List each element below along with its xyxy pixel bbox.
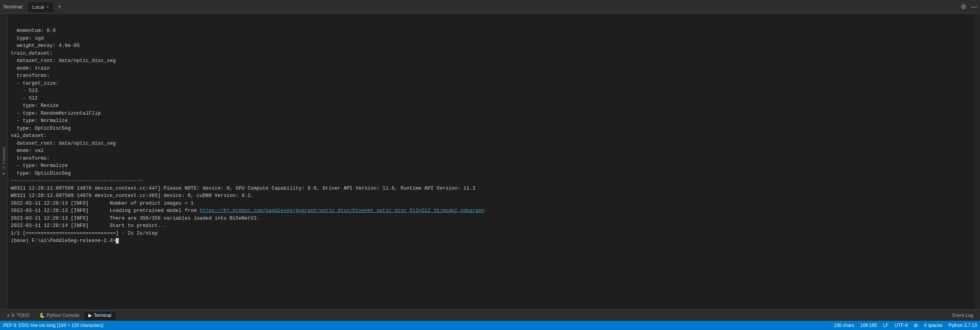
tab-bar-left: Terminal: Local × + — [3, 2, 64, 12]
terminal-line: - type: RandomHorizontalFlip — [11, 110, 972, 117]
python-version: Python 3.7.13 — [948, 323, 977, 328]
event-log-label: Event Log — [952, 313, 973, 318]
terminal-tab[interactable]: ▶ Terminal — [85, 311, 115, 320]
bottom-toolbar: ≡ 6: TODO 🐍 Python Console ▶ Terminal Ev… — [0, 309, 980, 321]
char-count: 190 chars — [834, 323, 854, 328]
todo-tab-label: 6: TODO — [12, 313, 30, 318]
python-console-label: Python Console — [47, 313, 80, 318]
terminal-line: momentum: 0.9 — [11, 27, 972, 35]
encoding: UTF-8 — [895, 323, 908, 328]
favorites-star: ★ — [2, 170, 5, 177]
favorites-bar: 2. Favorites ★ — [0, 14, 8, 309]
terminal-line: W0311 12:28:12.097509 14876 device_conte… — [11, 192, 972, 200]
terminal-line: - 512 — [11, 95, 972, 102]
indent-setting: 4 spaces — [924, 323, 942, 328]
terminal-line: dataset_root: data/optic_disc_seg — [11, 140, 972, 147]
terminal-output[interactable]: momentum: 0.9 type: sgd weight_decay: 4.… — [8, 14, 975, 309]
favorites-label: 2. Favorites — [2, 147, 6, 168]
minimize-button[interactable]: — — [971, 3, 977, 10]
todo-icon: ≡ — [7, 313, 10, 318]
todo-tab[interactable]: ≡ 6: TODO — [3, 311, 34, 320]
close-tab-button[interactable]: × — [47, 5, 49, 9]
status-bar: PEP 8: E501 line too long (194 > 120 cha… — [0, 321, 980, 330]
terminal-line: 2022-03-11 12:28:13 [INFO] There are 356… — [11, 215, 972, 222]
terminal-line: 2022-03-11 12:28:13 [INFO] Number of pre… — [11, 200, 972, 207]
settings-button[interactable]: ⚙ — [961, 3, 966, 10]
terminal-line: - target_size: — [11, 80, 972, 87]
local-tab[interactable]: Local × — [27, 2, 54, 12]
terminal-line: dataset_root: data/optic_disc_seg — [11, 57, 972, 65]
indent-icon: ⊞ — [914, 323, 918, 328]
terminal-icon: ▶ — [88, 313, 92, 318]
terminal-line: mode: train — [11, 65, 972, 72]
status-bar-right: 190 chars 106:195 LF UTF-8 ⊞ 4 spaces Py… — [834, 323, 977, 328]
terminal-line: ----------------------------------------… — [11, 177, 972, 185]
terminal-line: 2022-03-11 12:28:13 [INFO] Loading pretr… — [11, 207, 972, 215]
add-tab-button[interactable]: + — [55, 3, 63, 10]
terminal-line: 2022-03-11 12:28:14 [INFO] Start to pred… — [11, 222, 972, 230]
terminal-line: 1/1 [==============================] - 2… — [11, 230, 972, 237]
terminal-line: type: sgd — [11, 35, 972, 42]
main-area: 2. Favorites ★ momentum: 0.9 type: sgd w… — [0, 14, 980, 309]
terminal-line: type: OpticDiscSeg — [11, 170, 972, 177]
status-bar-left: PEP 8: E501 line too long (194 > 120 cha… — [3, 323, 103, 328]
terminal-line: weight_decay: 4.0e-05 — [11, 42, 972, 50]
cursor-position: 106:195 — [860, 323, 877, 328]
terminal-line: - type: Normalize — [11, 117, 972, 125]
pep8-message: PEP 8: E501 line too long (194 > 120 cha… — [3, 323, 103, 328]
terminal-line: transforms: — [11, 72, 972, 80]
terminal-line: type: Resize — [11, 102, 972, 110]
terminal-tab-label: Terminal — [94, 313, 111, 318]
event-log-tab[interactable]: Event Log — [948, 311, 977, 320]
terminal-line: val_dataset: — [11, 132, 972, 140]
terminal-line: type: OpticDiscSeg — [11, 125, 972, 132]
line-ending: LF — [883, 323, 889, 328]
terminal-line: transforms: — [11, 155, 972, 162]
local-tab-label: Local — [32, 4, 44, 10]
terminal-line: train_dataset: — [11, 50, 972, 57]
terminal-cursor — [116, 238, 119, 243]
terminal-line: - type: Normalize — [11, 162, 972, 170]
python-icon: 🐍 — [39, 313, 45, 318]
terminal-line: W0311 12:28:12.097509 14876 device_conte… — [11, 185, 972, 192]
terminal-link[interactable]: https://bj.bcebos.com/paddleseg/dygraph/… — [199, 208, 484, 213]
terminal-line: mode: val — [11, 147, 972, 155]
terminal-line: - 512 — [11, 87, 972, 95]
python-console-tab[interactable]: 🐍 Python Console — [35, 311, 83, 320]
tab-bar-right: ⚙ — — [961, 3, 977, 10]
terminal-line: (base) F:\ai\PaddleSeg-release-2.4> — [11, 237, 972, 245]
terminal-label: Terminal: — [3, 4, 23, 10]
tab-bar: Terminal: Local × + ⚙ — — [0, 0, 980, 14]
scrollbar[interactable] — [975, 14, 980, 309]
